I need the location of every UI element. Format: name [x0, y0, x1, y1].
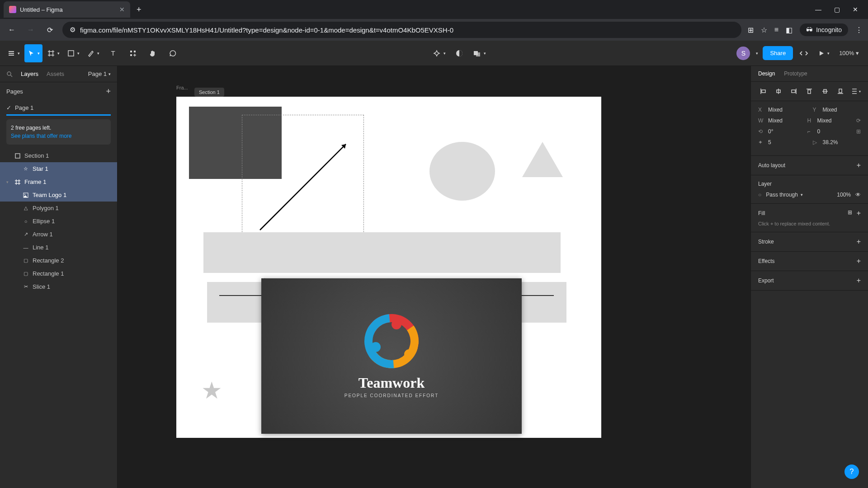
incognito-badge[interactable]: 🕶 Incognito	[800, 23, 848, 36]
main-menu-button[interactable]: ▾	[5, 44, 23, 62]
share-button[interactable]: Share	[763, 46, 793, 60]
dark-mode-toggle[interactable]	[450, 44, 468, 62]
side-panel-icon[interactable]: ◧	[786, 26, 793, 34]
ellipse-1-shape[interactable]	[429, 142, 495, 201]
see-plans-link[interactable]: See plans that offer more	[11, 133, 72, 139]
assets-tab[interactable]: Assets	[47, 70, 64, 77]
y-field[interactable]: YMixed	[813, 107, 861, 113]
distribute-button[interactable]: ▾	[851, 86, 861, 96]
reload-button[interactable]: ⟳	[43, 23, 56, 36]
x-field[interactable]: XMixed	[758, 107, 807, 113]
artboard[interactable]: ⇕ ★ Teamwork People Coordinated Effort	[176, 97, 601, 438]
constrain-proportions-icon[interactable]: ⟳	[856, 117, 861, 124]
add-auto-layout-button[interactable]: +	[857, 161, 861, 169]
url-field[interactable]: ⚙ figma.com/file/nMSTY1OKvvXSMLY18HsH41/…	[62, 22, 741, 38]
resources-tool[interactable]	[124, 44, 142, 62]
stroke-section: Stroke +	[751, 232, 868, 252]
help-button[interactable]: ?	[844, 465, 859, 479]
add-stroke-button[interactable]: +	[857, 238, 861, 246]
dev-mode-button[interactable]	[795, 44, 813, 62]
forward-button[interactable]: →	[24, 23, 37, 36]
hand-tool[interactable]	[144, 44, 162, 62]
layer-row[interactable]: ▢Rectangle 2	[0, 254, 117, 267]
reading-list-icon[interactable]: ≡	[774, 26, 778, 34]
browser-menu-icon[interactable]: ⋮	[855, 26, 863, 34]
add-fill-button[interactable]: +	[857, 209, 861, 217]
incognito-label: Incognito	[816, 26, 842, 33]
close-tab-icon[interactable]: ✕	[119, 6, 125, 13]
prototype-tab[interactable]: Prototype	[784, 70, 807, 77]
add-page-button[interactable]: +	[106, 87, 111, 96]
rectangle-2-shape[interactable]	[203, 232, 561, 273]
layer-row[interactable]: Section 1	[0, 149, 117, 162]
close-window-icon[interactable]: ✕	[853, 6, 858, 13]
mask-tool-button[interactable]: ▾	[470, 44, 489, 62]
add-export-button[interactable]: +	[857, 277, 861, 285]
present-button[interactable]: ▾	[815, 44, 833, 62]
rotation-field[interactable]: ⟲0°	[758, 128, 801, 135]
star-points-field[interactable]: ✦5	[758, 139, 807, 145]
install-app-icon[interactable]: ⊞	[748, 26, 754, 34]
layer-row[interactable]: ○Ellipse 1	[0, 215, 117, 228]
svg-rect-7	[68, 51, 74, 56]
frame-tool[interactable]: ▾	[44, 44, 62, 62]
ai-tools-button[interactable]: ▾	[430, 44, 448, 62]
design-tab[interactable]: Design	[758, 70, 775, 77]
back-button[interactable]: ←	[5, 23, 18, 36]
expand-icon[interactable]: ▾	[6, 180, 11, 184]
new-tab-button[interactable]: +	[132, 5, 146, 14]
user-menu-chevron[interactable]: ▾	[752, 44, 761, 62]
team-logo-image[interactable]: Teamwork People Coordinated Effort	[261, 278, 522, 434]
align-hcenter-button[interactable]	[774, 86, 783, 96]
layer-name: Line 1	[33, 244, 48, 251]
star-ratio-field[interactable]: ▷38.2%	[813, 139, 861, 145]
corner-radius-field[interactable]: ⌐0	[807, 128, 850, 135]
align-left-button[interactable]	[758, 86, 768, 96]
page-selector[interactable]: Page 1 ▾	[88, 70, 111, 77]
layers-tab[interactable]: Layers	[21, 70, 38, 77]
pen-tool[interactable]: ▾	[84, 44, 102, 62]
layer-row[interactable]: ☆Star 1	[0, 162, 117, 175]
section-tag[interactable]: Section 1	[194, 88, 224, 97]
opacity-field[interactable]: 100%	[837, 192, 851, 198]
layer-row[interactable]: ✂Slice 1	[0, 280, 117, 293]
fill-styles-icon[interactable]: ⊞	[848, 209, 852, 217]
minimize-icon[interactable]: —	[815, 6, 821, 13]
width-field[interactable]: WMixed	[758, 117, 801, 124]
align-vcenter-button[interactable]	[820, 86, 830, 96]
logo-title: Teamwork	[359, 375, 425, 391]
line-icon: —	[23, 244, 29, 251]
canvas[interactable]: Fra... Section 1 ⇕ ★	[118, 66, 750, 488]
layer-row[interactable]: ↗Arrow 1	[0, 228, 117, 241]
arrow-1-shape[interactable]	[255, 135, 359, 239]
page-item[interactable]: ✓ Page 1	[0, 101, 117, 115]
bookmark-icon[interactable]: ☆	[761, 26, 767, 34]
star-1-shape[interactable]: ★	[201, 377, 222, 404]
maximize-icon[interactable]: ▢	[834, 6, 840, 13]
layer-row[interactable]: Team Logo 1	[0, 188, 117, 202]
layer-row[interactable]: ▾Frame 1	[0, 175, 117, 188]
polygon-1-shape[interactable]	[522, 142, 563, 177]
move-tool[interactable]: ▾	[24, 44, 42, 62]
blend-mode-select[interactable]: Pass through ▾	[766, 192, 832, 198]
align-top-button[interactable]	[804, 86, 814, 96]
frame-label[interactable]: Fra...	[176, 85, 188, 90]
zoom-level[interactable]: 100% ▾	[835, 50, 863, 56]
chevron-down-icon: ▾	[77, 51, 80, 56]
user-avatar[interactable]: S	[736, 47, 750, 60]
independent-corners-icon[interactable]: ⊞	[856, 128, 861, 135]
layer-row[interactable]: —Line 1	[0, 241, 117, 254]
site-settings-icon[interactable]: ⚙	[70, 26, 75, 34]
height-field[interactable]: HMixed	[807, 117, 850, 124]
browser-tab[interactable]: Untitled – Figma ✕	[4, 1, 130, 18]
layer-row[interactable]: ▢Rectangle 1	[0, 267, 117, 280]
text-tool[interactable]: T	[104, 44, 122, 62]
visibility-icon[interactable]: 👁	[855, 192, 861, 198]
add-effect-button[interactable]: +	[857, 257, 861, 265]
align-bottom-button[interactable]	[835, 86, 845, 96]
layer-row[interactable]: △Polygon 1	[0, 202, 117, 215]
shape-tool[interactable]: ▾	[64, 44, 82, 62]
search-icon[interactable]	[6, 71, 13, 77]
comment-tool[interactable]	[164, 44, 182, 62]
align-right-button[interactable]	[789, 86, 799, 96]
